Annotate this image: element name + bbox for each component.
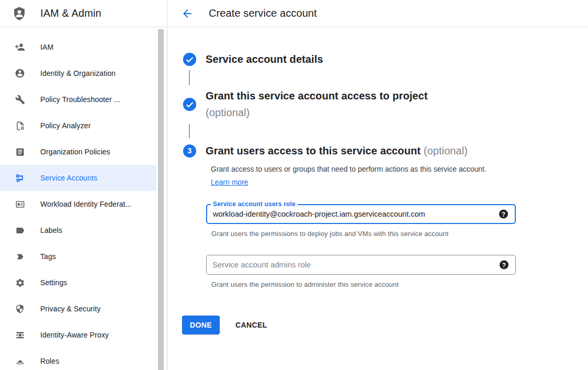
step-3-description: Grant access to users or groups that nee…	[211, 163, 497, 189]
step-connector	[189, 70, 190, 85]
main-panel: Create service account Service account d…	[168, 0, 588, 370]
sidebar-title: IAM & Admin	[40, 7, 101, 19]
step-2-optional-label: (optional)	[206, 107, 250, 118]
step-1-row: Service account details	[183, 51, 323, 68]
sidebar-item-label: Policy Troubleshooter ...	[40, 95, 120, 104]
users-role-field-label: Service account users role	[211, 200, 298, 208]
sidebar: IAM & Admin IAM Identity & Organization	[0, 0, 167, 370]
hat-icon	[15, 356, 25, 366]
sidebar-header: IAM & Admin	[0, 0, 167, 27]
document-icon	[15, 147, 25, 157]
account-circle-icon	[15, 68, 25, 79]
service-account-icon	[15, 173, 25, 183]
sidebar-item-identity-aware-proxy[interactable]: Identity-Aware Proxy	[0, 322, 156, 348]
iam-admin-console: IAM & Admin IAM Identity & Organization	[0, 0, 588, 370]
badge-card-icon	[15, 199, 25, 209]
sidebar-item-label: Labels	[40, 226, 62, 234]
label-icon	[15, 225, 25, 236]
step-2-row: Grant this service account access to pro…	[183, 87, 428, 121]
sidebar-item-label: Settings	[40, 278, 67, 287]
sidebar-item-organization-policies[interactable]: Organization Policies	[0, 139, 156, 165]
step-2-title-text: Grant this service account access to pro…	[206, 90, 428, 102]
learn-more-link[interactable]: Learn more	[211, 178, 248, 186]
iam-shield-icon	[12, 6, 27, 21]
policy-analyzer-icon	[15, 120, 25, 131]
step-connector	[189, 124, 190, 138]
sidebar-item-label: Service Accounts	[40, 174, 97, 182]
sidebar-item-settings[interactable]: Settings	[0, 270, 156, 296]
users-role-field-container: Service account users role ?	[206, 204, 516, 224]
shield-half-icon	[15, 304, 25, 314]
done-button[interactable]: DONE	[182, 316, 220, 334]
sidebar-item-identity-organization[interactable]: Identity & Organization	[0, 60, 156, 86]
sidebar-item-label: Tags	[40, 252, 56, 261]
sidebar-item-labels[interactable]: Labels	[0, 217, 156, 243]
step-3-row: 3 Grant users access to this service acc…	[183, 142, 468, 159]
admins-role-helper-text: Grant users the permission to administer…	[211, 281, 399, 288]
sidebar-scrollbar[interactable]	[158, 29, 164, 370]
step-2-complete-check-icon	[183, 98, 196, 111]
back-arrow-icon[interactable]	[181, 7, 194, 20]
page-title: Create service account	[209, 7, 317, 19]
step-3-number: 3	[188, 147, 192, 155]
sidebar-item-label: Policy Analyzer	[40, 121, 91, 130]
sidebar-item-policy-troubleshooter[interactable]: Policy Troubleshooter ...	[0, 86, 156, 113]
sidebar-item-label: Identity & Organization	[40, 69, 116, 77]
page-header: Create service account	[168, 0, 588, 27]
proxy-icon	[15, 330, 25, 340]
step-2-title: Grant this service account access to pro…	[206, 87, 428, 121]
cancel-button[interactable]: CANCEL	[235, 321, 267, 329]
sidebar-item-policy-analyzer[interactable]: Policy Analyzer	[0, 113, 156, 139]
help-icon[interactable]: ?	[499, 210, 508, 219]
tag-arrow-icon	[15, 251, 25, 262]
wrench-icon	[15, 94, 25, 105]
step-3-title-text: Grant users access to this service accou…	[206, 145, 421, 156]
step-3-description-text: Grant access to users or groups that nee…	[211, 165, 487, 173]
sidebar-item-label: Privacy & Security	[40, 305, 100, 313]
sidebar-item-iam[interactable]: IAM	[0, 34, 156, 60]
users-role-input[interactable]	[207, 205, 515, 223]
help-icon[interactable]: ?	[500, 261, 508, 270]
sidebar-nav: IAM Identity & Organization Policy Troub…	[0, 27, 167, 370]
sidebar-item-tags[interactable]: Tags	[0, 243, 156, 270]
sidebar-item-service-accounts[interactable]: Service Accounts	[0, 165, 156, 191]
sidebar-item-roles[interactable]: Roles	[0, 348, 156, 370]
sidebar-item-label: Workload Identity Federat...	[40, 200, 132, 208]
step-3-number-badge: 3	[183, 144, 196, 158]
users-role-helper-text: Grant users the permissions to deploy jo…	[211, 230, 448, 238]
admins-role-input[interactable]	[207, 255, 515, 274]
admins-role-field-container: ?	[206, 255, 516, 275]
person-add-icon	[15, 42, 25, 52]
step-1-title: Service account details	[206, 51, 323, 68]
step-3-title: Grant users access to this service accou…	[206, 142, 468, 159]
sidebar-item-label: IAM	[40, 43, 53, 51]
form-actions: DONE CANCEL	[182, 316, 267, 334]
sidebar-item-label: Identity-Aware Proxy	[40, 331, 109, 339]
gear-icon	[15, 277, 25, 288]
sidebar-item-label: Roles	[40, 357, 59, 365]
sidebar-item-workload-identity-federation[interactable]: Workload Identity Federat...	[0, 191, 156, 217]
step-3-optional-label: (optional)	[424, 145, 468, 156]
sidebar-item-privacy-security[interactable]: Privacy & Security	[0, 296, 156, 322]
sidebar-item-label: Organization Policies	[40, 148, 110, 156]
step-1-complete-check-icon	[183, 53, 196, 66]
